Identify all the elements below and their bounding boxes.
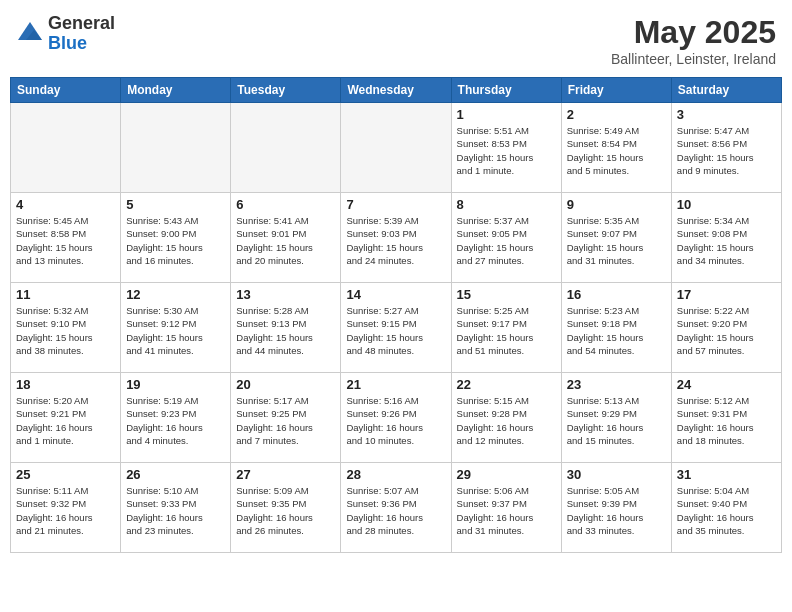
day-detail: Sunrise: 5:28 AM Sunset: 9:13 PM Dayligh… bbox=[236, 304, 335, 357]
calendar-cell: 23Sunrise: 5:13 AM Sunset: 9:29 PM Dayli… bbox=[561, 373, 671, 463]
day-number: 19 bbox=[126, 377, 225, 392]
calendar-cell: 4Sunrise: 5:45 AM Sunset: 8:58 PM Daylig… bbox=[11, 193, 121, 283]
calendar-cell: 26Sunrise: 5:10 AM Sunset: 9:33 PM Dayli… bbox=[121, 463, 231, 553]
calendar-cell: 16Sunrise: 5:23 AM Sunset: 9:18 PM Dayli… bbox=[561, 283, 671, 373]
day-number: 8 bbox=[457, 197, 556, 212]
calendar-cell bbox=[121, 103, 231, 193]
day-detail: Sunrise: 5:06 AM Sunset: 9:37 PM Dayligh… bbox=[457, 484, 556, 537]
day-detail: Sunrise: 5:32 AM Sunset: 9:10 PM Dayligh… bbox=[16, 304, 115, 357]
day-number: 21 bbox=[346, 377, 445, 392]
day-number: 20 bbox=[236, 377, 335, 392]
day-number: 25 bbox=[16, 467, 115, 482]
day-detail: Sunrise: 5:17 AM Sunset: 9:25 PM Dayligh… bbox=[236, 394, 335, 447]
calendar-cell: 31Sunrise: 5:04 AM Sunset: 9:40 PM Dayli… bbox=[671, 463, 781, 553]
day-detail: Sunrise: 5:35 AM Sunset: 9:07 PM Dayligh… bbox=[567, 214, 666, 267]
weekday-header-row: SundayMondayTuesdayWednesdayThursdayFrid… bbox=[11, 78, 782, 103]
calendar-cell: 18Sunrise: 5:20 AM Sunset: 9:21 PM Dayli… bbox=[11, 373, 121, 463]
day-number: 3 bbox=[677, 107, 776, 122]
calendar-cell bbox=[341, 103, 451, 193]
calendar-week-row: 4Sunrise: 5:45 AM Sunset: 8:58 PM Daylig… bbox=[11, 193, 782, 283]
day-number: 27 bbox=[236, 467, 335, 482]
day-number: 22 bbox=[457, 377, 556, 392]
calendar-week-row: 25Sunrise: 5:11 AM Sunset: 9:32 PM Dayli… bbox=[11, 463, 782, 553]
day-number: 11 bbox=[16, 287, 115, 302]
day-number: 28 bbox=[346, 467, 445, 482]
day-detail: Sunrise: 5:41 AM Sunset: 9:01 PM Dayligh… bbox=[236, 214, 335, 267]
day-number: 17 bbox=[677, 287, 776, 302]
day-detail: Sunrise: 5:05 AM Sunset: 9:39 PM Dayligh… bbox=[567, 484, 666, 537]
day-detail: Sunrise: 5:12 AM Sunset: 9:31 PM Dayligh… bbox=[677, 394, 776, 447]
calendar-cell: 30Sunrise: 5:05 AM Sunset: 9:39 PM Dayli… bbox=[561, 463, 671, 553]
calendar-table: SundayMondayTuesdayWednesdayThursdayFrid… bbox=[10, 77, 782, 553]
day-number: 18 bbox=[16, 377, 115, 392]
day-detail: Sunrise: 5:47 AM Sunset: 8:56 PM Dayligh… bbox=[677, 124, 776, 177]
calendar-week-row: 18Sunrise: 5:20 AM Sunset: 9:21 PM Dayli… bbox=[11, 373, 782, 463]
day-number: 7 bbox=[346, 197, 445, 212]
day-number: 16 bbox=[567, 287, 666, 302]
day-number: 30 bbox=[567, 467, 666, 482]
month-year: May 2025 bbox=[611, 14, 776, 51]
weekday-header: Wednesday bbox=[341, 78, 451, 103]
calendar-cell: 5Sunrise: 5:43 AM Sunset: 9:00 PM Daylig… bbox=[121, 193, 231, 283]
logo-general-label: General bbox=[48, 14, 115, 34]
day-detail: Sunrise: 5:04 AM Sunset: 9:40 PM Dayligh… bbox=[677, 484, 776, 537]
logo-text: General Blue bbox=[48, 14, 115, 54]
calendar-cell bbox=[231, 103, 341, 193]
weekday-header: Monday bbox=[121, 78, 231, 103]
calendar-week-row: 11Sunrise: 5:32 AM Sunset: 9:10 PM Dayli… bbox=[11, 283, 782, 373]
calendar-cell: 27Sunrise: 5:09 AM Sunset: 9:35 PM Dayli… bbox=[231, 463, 341, 553]
day-number: 14 bbox=[346, 287, 445, 302]
day-detail: Sunrise: 5:51 AM Sunset: 8:53 PM Dayligh… bbox=[457, 124, 556, 177]
calendar-cell: 14Sunrise: 5:27 AM Sunset: 9:15 PM Dayli… bbox=[341, 283, 451, 373]
day-number: 15 bbox=[457, 287, 556, 302]
day-detail: Sunrise: 5:27 AM Sunset: 9:15 PM Dayligh… bbox=[346, 304, 445, 357]
calendar-cell: 9Sunrise: 5:35 AM Sunset: 9:07 PM Daylig… bbox=[561, 193, 671, 283]
day-number: 12 bbox=[126, 287, 225, 302]
day-detail: Sunrise: 5:45 AM Sunset: 8:58 PM Dayligh… bbox=[16, 214, 115, 267]
calendar-cell: 21Sunrise: 5:16 AM Sunset: 9:26 PM Dayli… bbox=[341, 373, 451, 463]
calendar-cell: 19Sunrise: 5:19 AM Sunset: 9:23 PM Dayli… bbox=[121, 373, 231, 463]
weekday-header: Sunday bbox=[11, 78, 121, 103]
calendar-cell: 17Sunrise: 5:22 AM Sunset: 9:20 PM Dayli… bbox=[671, 283, 781, 373]
day-number: 1 bbox=[457, 107, 556, 122]
title-block: May 2025 Ballinteer, Leinster, Ireland bbox=[611, 14, 776, 67]
day-number: 6 bbox=[236, 197, 335, 212]
calendar-cell: 3Sunrise: 5:47 AM Sunset: 8:56 PM Daylig… bbox=[671, 103, 781, 193]
day-number: 24 bbox=[677, 377, 776, 392]
logo-blue-label: Blue bbox=[48, 34, 115, 54]
calendar-cell: 24Sunrise: 5:12 AM Sunset: 9:31 PM Dayli… bbox=[671, 373, 781, 463]
calendar-cell: 20Sunrise: 5:17 AM Sunset: 9:25 PM Dayli… bbox=[231, 373, 341, 463]
weekday-header: Thursday bbox=[451, 78, 561, 103]
day-number: 29 bbox=[457, 467, 556, 482]
calendar-cell: 28Sunrise: 5:07 AM Sunset: 9:36 PM Dayli… bbox=[341, 463, 451, 553]
calendar-cell: 7Sunrise: 5:39 AM Sunset: 9:03 PM Daylig… bbox=[341, 193, 451, 283]
day-detail: Sunrise: 5:37 AM Sunset: 9:05 PM Dayligh… bbox=[457, 214, 556, 267]
day-detail: Sunrise: 5:11 AM Sunset: 9:32 PM Dayligh… bbox=[16, 484, 115, 537]
calendar-week-row: 1Sunrise: 5:51 AM Sunset: 8:53 PM Daylig… bbox=[11, 103, 782, 193]
day-detail: Sunrise: 5:09 AM Sunset: 9:35 PM Dayligh… bbox=[236, 484, 335, 537]
day-detail: Sunrise: 5:43 AM Sunset: 9:00 PM Dayligh… bbox=[126, 214, 225, 267]
day-number: 10 bbox=[677, 197, 776, 212]
calendar-cell: 25Sunrise: 5:11 AM Sunset: 9:32 PM Dayli… bbox=[11, 463, 121, 553]
location: Ballinteer, Leinster, Ireland bbox=[611, 51, 776, 67]
calendar-cell: 1Sunrise: 5:51 AM Sunset: 8:53 PM Daylig… bbox=[451, 103, 561, 193]
calendar-cell: 2Sunrise: 5:49 AM Sunset: 8:54 PM Daylig… bbox=[561, 103, 671, 193]
day-detail: Sunrise: 5:49 AM Sunset: 8:54 PM Dayligh… bbox=[567, 124, 666, 177]
day-detail: Sunrise: 5:20 AM Sunset: 9:21 PM Dayligh… bbox=[16, 394, 115, 447]
day-number: 5 bbox=[126, 197, 225, 212]
day-number: 2 bbox=[567, 107, 666, 122]
weekday-header: Tuesday bbox=[231, 78, 341, 103]
day-detail: Sunrise: 5:16 AM Sunset: 9:26 PM Dayligh… bbox=[346, 394, 445, 447]
weekday-header: Friday bbox=[561, 78, 671, 103]
weekday-header: Saturday bbox=[671, 78, 781, 103]
day-detail: Sunrise: 5:34 AM Sunset: 9:08 PM Dayligh… bbox=[677, 214, 776, 267]
day-detail: Sunrise: 5:25 AM Sunset: 9:17 PM Dayligh… bbox=[457, 304, 556, 357]
day-detail: Sunrise: 5:23 AM Sunset: 9:18 PM Dayligh… bbox=[567, 304, 666, 357]
logo: General Blue bbox=[16, 14, 115, 54]
day-detail: Sunrise: 5:30 AM Sunset: 9:12 PM Dayligh… bbox=[126, 304, 225, 357]
calendar-cell: 22Sunrise: 5:15 AM Sunset: 9:28 PM Dayli… bbox=[451, 373, 561, 463]
day-detail: Sunrise: 5:10 AM Sunset: 9:33 PM Dayligh… bbox=[126, 484, 225, 537]
day-detail: Sunrise: 5:19 AM Sunset: 9:23 PM Dayligh… bbox=[126, 394, 225, 447]
calendar-cell: 29Sunrise: 5:06 AM Sunset: 9:37 PM Dayli… bbox=[451, 463, 561, 553]
page-header: General Blue May 2025 Ballinteer, Leinst… bbox=[10, 10, 782, 71]
